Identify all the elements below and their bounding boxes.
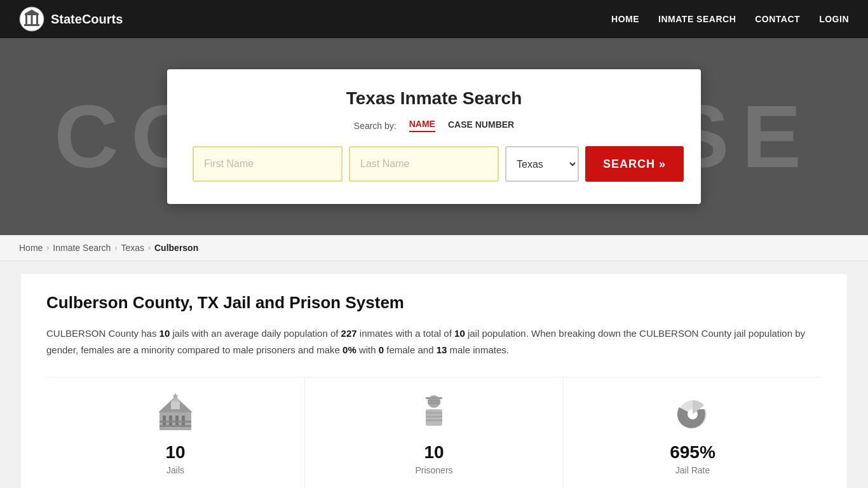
desc-mid2: inmates with a total of bbox=[357, 328, 454, 339]
tab-case-number[interactable]: CASE NUMBER bbox=[448, 119, 514, 132]
desc-total: 10 bbox=[454, 328, 465, 339]
breadcrumb-home[interactable]: Home bbox=[19, 243, 43, 253]
search-title: Texas Inmate Search bbox=[193, 88, 675, 109]
main-content: Culberson County, TX Jail and Prison Sys… bbox=[0, 261, 868, 488]
desc-male-count: 13 bbox=[437, 344, 447, 355]
svg-rect-21 bbox=[426, 397, 442, 399]
svg-rect-2 bbox=[25, 14, 39, 15]
content-description: CULBERSON County has 10 jails with an av… bbox=[46, 325, 822, 358]
breadcrumb-sep-2: › bbox=[114, 243, 117, 252]
hero-section: COURTHOUSE Texas Inmate Search Search by… bbox=[0, 38, 868, 235]
search-button[interactable]: SEARCH » bbox=[585, 146, 684, 182]
jail-rate-icon bbox=[670, 390, 715, 435]
nav-home[interactable]: HOME bbox=[611, 14, 639, 24]
state-select[interactable]: Texas Alabama Alaska Arizona Arkansas Ca… bbox=[505, 146, 579, 182]
search-by-row: Search by: NAME CASE NUMBER bbox=[193, 119, 675, 132]
desc-jails: 10 bbox=[159, 328, 170, 339]
desc-prefix: CULBERSON County has bbox=[46, 328, 159, 339]
header: StateCourts HOME INMATE SEARCH CONTACT L… bbox=[0, 0, 868, 38]
logo-icon bbox=[19, 6, 44, 32]
breadcrumb-sep-1: › bbox=[46, 243, 49, 252]
breadcrumb-sep-3: › bbox=[148, 243, 151, 252]
svg-rect-12 bbox=[159, 425, 191, 427]
logo-text: StateCourts bbox=[51, 12, 123, 27]
svg-rect-24 bbox=[426, 416, 442, 417]
nav-inmate-search[interactable]: INMATE SEARCH bbox=[658, 14, 736, 24]
stat-prisoners-number: 10 bbox=[424, 442, 444, 463]
jail-icon bbox=[153, 390, 198, 435]
first-name-input[interactable] bbox=[193, 146, 342, 182]
desc-mid1: jails with an average daily population o… bbox=[170, 328, 341, 339]
tab-name[interactable]: NAME bbox=[409, 119, 435, 132]
stat-prisoners-label: Prisoners bbox=[415, 465, 452, 475]
main-nav: HOME INMATE SEARCH CONTACT LOGIN bbox=[611, 14, 849, 24]
stat-prisoners: 10 Prisoners bbox=[305, 377, 564, 488]
svg-rect-1 bbox=[24, 24, 39, 26]
svg-rect-4 bbox=[31, 15, 33, 24]
svg-rect-13 bbox=[159, 421, 191, 423]
stat-rate-label: Jail Rate bbox=[675, 465, 710, 475]
desc-avg-pop: 227 bbox=[341, 328, 357, 339]
stats-row: 10 Jails bbox=[46, 377, 822, 488]
last-name-input[interactable] bbox=[349, 146, 499, 182]
search-card: Texas Inmate Search Search by: NAME CASE… bbox=[167, 69, 701, 204]
nav-login[interactable]: LOGIN bbox=[819, 14, 849, 24]
svg-rect-20 bbox=[428, 402, 440, 404]
svg-rect-23 bbox=[426, 412, 442, 414]
stat-jails-label: Jails bbox=[166, 465, 184, 475]
prisoner-icon bbox=[412, 390, 456, 435]
svg-rect-5 bbox=[36, 15, 38, 24]
nav-contact[interactable]: CONTACT bbox=[755, 14, 800, 24]
breadcrumb: Home › Inmate Search › Texas › Culberson bbox=[0, 235, 868, 261]
search-by-label: Search by: bbox=[354, 121, 397, 131]
stat-rate-number: 695% bbox=[670, 442, 715, 463]
desc-mid4: with bbox=[356, 344, 379, 355]
svg-rect-19 bbox=[428, 400, 440, 402]
desc-female-pct: 0% bbox=[342, 344, 356, 355]
stat-jail-rate: 695% Jail Rate bbox=[564, 377, 822, 488]
desc-mid5: female and bbox=[384, 344, 437, 355]
desc-suffix: male inmates. bbox=[447, 344, 509, 355]
search-inputs-row: Texas Alabama Alaska Arizona Arkansas Ca… bbox=[193, 146, 675, 182]
breadcrumb-inmate-search[interactable]: Inmate Search bbox=[53, 243, 111, 253]
svg-rect-25 bbox=[426, 419, 442, 421]
content-card: Culberson County, TX Jail and Prison Sys… bbox=[21, 274, 847, 488]
svg-rect-15 bbox=[171, 402, 180, 409]
stat-jails: 10 Jails bbox=[46, 377, 305, 488]
svg-rect-3 bbox=[25, 15, 27, 24]
breadcrumb-state[interactable]: Texas bbox=[121, 243, 144, 253]
desc-female-count: 0 bbox=[379, 344, 384, 355]
logo[interactable]: StateCourts bbox=[19, 6, 123, 32]
breadcrumb-current: Culberson bbox=[154, 243, 198, 253]
stat-jails-number: 10 bbox=[165, 442, 185, 463]
content-title: Culberson County, TX Jail and Prison Sys… bbox=[46, 293, 822, 313]
